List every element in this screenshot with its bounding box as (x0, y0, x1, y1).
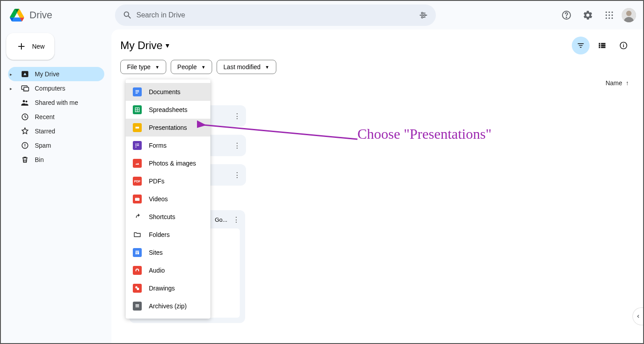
search-options-icon[interactable] (414, 6, 432, 24)
more-icon[interactable]: ⋮ (232, 140, 242, 151)
svg-rect-39 (137, 198, 138, 198)
view-controls (572, 37, 632, 54)
caret-down-icon: ▼ (155, 65, 160, 70)
svg-rect-47 (135, 306, 139, 307)
bin-icon (21, 155, 29, 164)
dropdown-item-presentations[interactable]: Presentations (126, 119, 210, 137)
archives-icon (133, 302, 142, 311)
dropdown-item-sites[interactable]: Sites (126, 244, 210, 261)
dropdown-item-drawings[interactable]: Drawings (126, 279, 210, 297)
support-icon[interactable] (558, 6, 575, 24)
new-button[interactable]: New (6, 33, 54, 60)
svg-point-13 (611, 17, 613, 19)
shared-icon (21, 98, 29, 107)
svg-rect-45 (137, 288, 139, 290)
dropdown-label: Sites (149, 249, 163, 256)
search-input[interactable] (136, 11, 414, 19)
nav-list: ▸ My Drive ▸ Computers Shared with me Re… (8, 67, 104, 167)
search-icon[interactable] (119, 6, 136, 24)
shortcuts-icon (133, 212, 142, 221)
svg-point-12 (608, 17, 610, 19)
dropdown-item-archives[interactable]: Archives (zip) (126, 297, 210, 315)
svg-point-10 (611, 14, 613, 16)
more-icon[interactable]: ⋮ (232, 170, 242, 180)
filter-label: People (177, 63, 197, 70)
nav-label: Computers (35, 85, 65, 92)
dropdown-label: Forms (149, 142, 167, 149)
dropdown-label: Shortcuts (149, 213, 175, 220)
arrow-up-icon: ↑ (626, 79, 629, 87)
info-icon[interactable] (615, 37, 632, 54)
svg-rect-42 (135, 252, 137, 254)
svg-rect-38 (136, 198, 137, 198)
dropdown-item-folders[interactable]: Folders (126, 226, 210, 244)
recent-icon (21, 112, 29, 121)
svg-rect-29 (135, 127, 139, 128)
avatar[interactable] (622, 8, 636, 22)
svg-point-21 (25, 100, 27, 102)
list-view-icon[interactable] (593, 37, 611, 54)
nav-label: Spam (35, 142, 51, 149)
body: New ▸ My Drive ▸ Computers Shared with m… (1, 29, 643, 343)
dropdown-item-spreadsheets[interactable]: Spreadsheets (126, 101, 210, 119)
drive-nav-icon (21, 70, 29, 79)
dropdown-item-photos[interactable]: Photos & images (126, 154, 210, 172)
search-bar[interactable] (115, 4, 436, 26)
plus-icon (16, 41, 27, 52)
svg-point-4 (566, 17, 567, 18)
dropdown-item-videos[interactable]: Videos (126, 190, 210, 208)
dropdown-label: Photos & images (149, 160, 196, 167)
dropdown-label: Spreadsheets (149, 106, 187, 113)
svg-rect-41 (135, 251, 139, 252)
svg-rect-34 (135, 147, 136, 148)
filter-people[interactable]: People ▼ (171, 60, 213, 74)
filter-last-modified[interactable]: Last modified ▼ (217, 60, 276, 74)
apps-icon[interactable] (600, 6, 618, 24)
more-icon[interactable]: ⋮ (233, 216, 240, 224)
nav-spam[interactable]: Spam (8, 138, 104, 153)
nav-recent[interactable]: Recent (8, 110, 104, 124)
file-card-title: Go... (215, 216, 233, 223)
dropdown-item-audio[interactable]: Audio (126, 261, 210, 279)
svg-rect-33 (137, 145, 139, 146)
nav-computers[interactable]: ▸ Computers (8, 81, 104, 95)
drive-logo-icon (8, 6, 26, 24)
nav-bin[interactable]: Bin (8, 153, 104, 167)
svg-rect-37 (135, 198, 136, 198)
sidebar: New ▸ My Drive ▸ Computers Shared with m… (1, 29, 111, 343)
nav-my-drive[interactable]: ▸ My Drive (8, 67, 104, 81)
forms-icon (133, 141, 142, 150)
sort-label: Name (606, 79, 622, 87)
nav-shared[interactable]: Shared with me (8, 95, 104, 110)
nav-starred[interactable]: Starred (8, 124, 104, 138)
app-name: Drive (29, 9, 52, 21)
filter-toggle[interactable] (572, 37, 590, 54)
svg-point-11 (606, 17, 607, 19)
filter-file-type[interactable]: File type ▼ (120, 60, 166, 74)
drive-logo-link[interactable]: Drive (8, 6, 111, 24)
dropdown-label: Folders (149, 231, 170, 238)
more-icon[interactable]: ⋮ (232, 111, 242, 121)
svg-point-6 (608, 12, 610, 13)
chevron-right-icon: ▸ (10, 72, 15, 77)
videos-icon (133, 195, 142, 203)
filter-row: File type ▼ People ▼ Last modified ▼ (120, 60, 632, 74)
dropdown-item-forms[interactable]: Forms (126, 137, 210, 154)
caret-down-icon: ▼ (164, 42, 171, 49)
dropdown-label: PDFs (149, 178, 164, 185)
new-button-label: New (32, 43, 45, 50)
caret-down-icon: ▼ (201, 65, 205, 70)
presentations-icon (133, 123, 142, 132)
dropdown-label: Drawings (149, 285, 175, 292)
dropdown-item-documents[interactable]: Documents (126, 83, 210, 101)
dropdown-item-pdfs[interactable]: PDF PDFs (126, 172, 210, 190)
dropdown-item-shortcuts[interactable]: Shortcuts (126, 208, 210, 226)
pdf-icon: PDF (133, 177, 142, 186)
starred-icon (21, 127, 29, 136)
breadcrumb[interactable]: My Drive ▼ (120, 39, 171, 52)
settings-icon[interactable] (579, 6, 597, 24)
breadcrumb-row: My Drive ▼ (120, 37, 632, 54)
svg-point-2 (421, 17, 423, 18)
folders-icon (133, 230, 142, 239)
dropdown-label: Archives (zip) (149, 303, 187, 310)
